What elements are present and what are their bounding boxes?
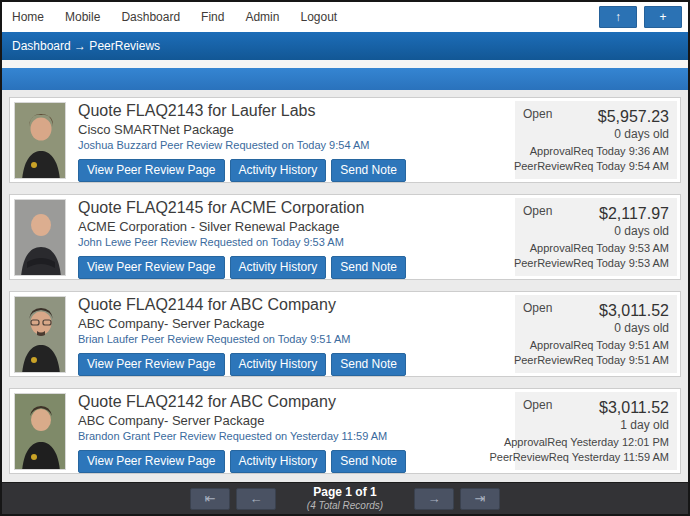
activity-history-button[interactable]: Activity History xyxy=(230,159,327,182)
package-name: ACME Corporation - Silver Renewal Packag… xyxy=(78,218,508,235)
view-peer-review-button[interactable]: View Peer Review Page xyxy=(78,450,225,473)
peer-review-list: Quote FLAQ2143 for Laufer Labs Cisco SMA… xyxy=(2,90,688,482)
card-actions: View Peer Review Page Activity History S… xyxy=(78,353,508,376)
quote-age: 1 day old xyxy=(599,417,669,433)
request-timestamps: ApprovalReq Yesterday 12:01 PM PeerRevie… xyxy=(489,435,669,465)
card-actions: View Peer Review Page Activity History S… xyxy=(78,159,508,182)
next-page-button[interactable]: → xyxy=(414,488,454,510)
nav-item-dashboard[interactable]: Dashboard xyxy=(121,10,180,24)
request-meta: John Lewe Peer Review Requested on Today… xyxy=(78,235,508,250)
activity-history-button[interactable]: Activity History xyxy=(230,353,327,376)
next-page-icon: → xyxy=(428,491,441,506)
quote-summary: Open $3,011.52 0 days old ApprovalReq To… xyxy=(515,295,677,373)
send-note-button[interactable]: Send Note xyxy=(331,256,406,279)
activity-history-button[interactable]: Activity History xyxy=(230,256,327,279)
status-label: Open xyxy=(523,204,552,239)
status-label: Open xyxy=(523,301,552,336)
peer-review-req-timestamp: PeerReviewReq Today 9:54 AM xyxy=(514,159,669,174)
send-note-button[interactable]: Send Note xyxy=(331,353,406,376)
page-label: Page 1 of 1 xyxy=(283,486,407,499)
quote-age: 0 days old xyxy=(599,223,669,239)
peer-review-req-timestamp: PeerReviewReq Yesterday 11:59 AM xyxy=(489,450,669,465)
quote-amount: $3,011.52 xyxy=(599,301,669,320)
first-page-button[interactable]: ⇤ xyxy=(190,488,230,510)
avatar xyxy=(14,102,66,179)
quote-summary: Open $3,011.52 1 day old ApprovalReq Yes… xyxy=(515,392,677,470)
approval-req-timestamp: ApprovalReq Yesterday 12:01 PM xyxy=(489,435,669,450)
last-page-button[interactable]: ⇥ xyxy=(460,488,500,510)
package-name: ABC Company- Server Package xyxy=(78,412,508,429)
quote-amount: $2,117.97 xyxy=(599,204,669,223)
prev-page-icon: ← xyxy=(250,491,263,506)
section-header-bar[interactable] xyxy=(2,68,688,90)
gap-strip xyxy=(2,60,688,68)
quote-title: Quote FLAQ2145 for ACME Corporation xyxy=(78,198,508,218)
last-page-icon: ⇥ xyxy=(475,491,486,506)
status-label: Open xyxy=(523,398,552,433)
peer-review-card: Quote FLAQ2143 for Laufer Labs Cisco SMA… xyxy=(9,97,681,183)
approval-req-timestamp: ApprovalReq Today 9:51 AM xyxy=(514,338,669,353)
first-page-icon: ⇤ xyxy=(205,491,216,506)
breadcrumb-bar: Dashboard → PeerReviews xyxy=(2,32,688,60)
nav-item-admin[interactable]: Admin xyxy=(245,10,279,24)
package-name: Cisco SMARTNet Package xyxy=(78,121,508,138)
quote-amount: $5,957.23 xyxy=(598,107,669,126)
quote-summary: Open $2,117.97 0 days old ApprovalReq To… xyxy=(515,198,677,276)
send-note-button[interactable]: Send Note xyxy=(331,450,406,473)
nav-item-logout[interactable]: Logout xyxy=(300,10,337,24)
peer-review-req-timestamp: PeerReviewReq Today 9:53 AM xyxy=(514,256,669,271)
quote-title: Quote FLAQ2142 for ABC Company xyxy=(78,392,508,412)
pagination-bar: ⇤ ← Page 1 of 1 (4 Total Records) → ⇥ xyxy=(2,482,688,514)
quote-amount: $3,011.52 xyxy=(599,398,669,417)
request-timestamps: ApprovalReq Today 9:53 AM PeerReviewReq … xyxy=(514,241,669,271)
view-peer-review-button[interactable]: View Peer Review Page xyxy=(78,256,225,279)
peer-review-req-timestamp: PeerReviewReq Today 9:51 AM xyxy=(514,353,669,368)
records-count: (4 Total Records) xyxy=(283,500,407,511)
nav-item-mobile[interactable]: Mobile xyxy=(65,10,100,24)
request-timestamps: ApprovalReq Today 9:51 AM PeerReviewReq … xyxy=(514,338,669,368)
request-timestamps: ApprovalReq Today 9:36 AM PeerReviewReq … xyxy=(514,144,669,174)
app-window: Home Mobile Dashboard Find Admin Logout … xyxy=(0,0,690,516)
package-name: ABC Company- Server Package xyxy=(78,315,508,332)
peer-review-card: Quote FLAQ2145 for ACME Corporation ACME… xyxy=(9,194,681,280)
view-peer-review-button[interactable]: View Peer Review Page xyxy=(78,353,225,376)
page-info: Page 1 of 1 (4 Total Records) xyxy=(283,486,407,510)
avatar xyxy=(14,296,66,373)
peer-review-card: Quote FLAQ2142 for ABC Company ABC Compa… xyxy=(9,388,681,474)
peer-review-card: Quote FLAQ2144 for ABC Company ABC Compa… xyxy=(9,291,681,377)
status-label: Open xyxy=(523,107,552,142)
send-note-button[interactable]: Send Note xyxy=(331,159,406,182)
card-actions: View Peer Review Page Activity History S… xyxy=(78,450,508,473)
quote-age: 0 days old xyxy=(598,126,669,142)
avatar xyxy=(14,393,66,470)
avatar xyxy=(14,199,66,276)
nav-item-home[interactable]: Home xyxy=(12,10,44,24)
prev-page-button[interactable]: ← xyxy=(236,488,276,510)
quote-age: 0 days old xyxy=(599,320,669,336)
approval-req-timestamp: ApprovalReq Today 9:36 AM xyxy=(514,144,669,159)
plus-icon: + xyxy=(659,10,666,24)
quote-summary: Open $5,957.23 0 days old ApprovalReq To… xyxy=(515,101,677,179)
breadcrumb[interactable]: Dashboard → PeerReviews xyxy=(12,39,160,53)
up-arrow-icon: ↑ xyxy=(615,10,621,24)
card-actions: View Peer Review Page Activity History S… xyxy=(78,256,508,279)
nav-item-find[interactable]: Find xyxy=(201,10,224,24)
request-meta: Brandon Grant Peer Review Requested on Y… xyxy=(78,429,508,444)
quote-title: Quote FLAQ2144 for ABC Company xyxy=(78,295,508,315)
add-button[interactable]: + xyxy=(644,6,682,28)
approval-req-timestamp: ApprovalReq Today 9:53 AM xyxy=(514,241,669,256)
request-meta: Brian Laufer Peer Review Requested on To… xyxy=(78,332,508,347)
scroll-top-button[interactable]: ↑ xyxy=(599,6,637,28)
quote-title: Quote FLAQ2143 for Laufer Labs xyxy=(78,101,508,121)
view-peer-review-button[interactable]: View Peer Review Page xyxy=(78,159,225,182)
activity-history-button[interactable]: Activity History xyxy=(230,450,327,473)
top-nav: Home Mobile Dashboard Find Admin Logout … xyxy=(2,2,688,32)
request-meta: Joshua Buzzard Peer Review Requested on … xyxy=(78,138,508,153)
